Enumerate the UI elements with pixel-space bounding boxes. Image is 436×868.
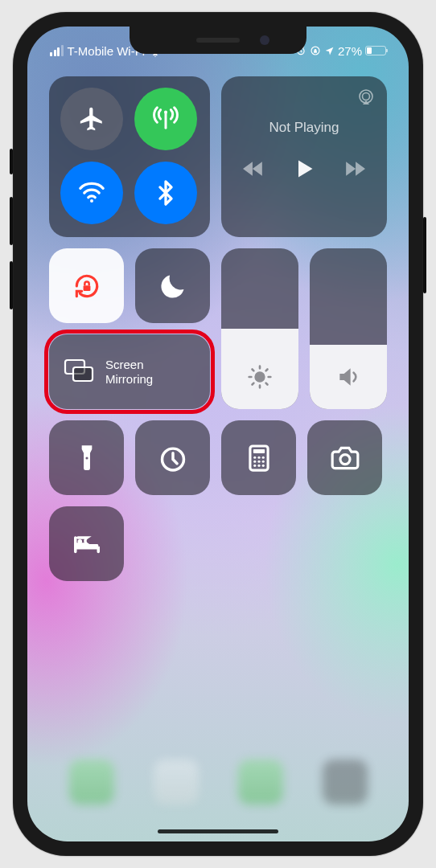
- mute-switch[interactable]: [10, 149, 13, 174]
- screen-mirroring-label-1: Screen: [105, 358, 153, 372]
- sleep-mode-button[interactable]: [49, 506, 124, 581]
- svg-point-20: [253, 464, 256, 466]
- battery-pct-label: 27%: [338, 44, 362, 58]
- antenna-icon: [152, 105, 179, 133]
- flashlight-button[interactable]: [49, 420, 124, 495]
- svg-point-21: [257, 464, 260, 466]
- svg-point-17: [253, 460, 256, 462]
- orientation-lock-status-icon: [310, 45, 321, 56]
- svg-rect-13: [253, 448, 264, 452]
- screen-mirroring-button[interactable]: Screen Mirroring: [49, 334, 210, 409]
- power-button[interactable]: [423, 217, 426, 293]
- media-module[interactable]: Not Playing: [221, 76, 387, 237]
- cellular-data-toggle[interactable]: [134, 88, 197, 150]
- svg-rect-7: [83, 285, 90, 291]
- svg-point-6: [363, 93, 370, 100]
- previous-track-button[interactable]: [243, 160, 264, 181]
- bluetooth-icon: [152, 179, 179, 207]
- orientation-lock-toggle[interactable]: [49, 248, 124, 323]
- bluetooth-toggle[interactable]: [134, 162, 197, 224]
- connectivity-module[interactable]: [49, 76, 210, 237]
- airplane-mode-toggle[interactable]: [60, 88, 123, 150]
- control-center: Not Playing: [49, 76, 387, 581]
- svg-point-4: [90, 199, 93, 203]
- svg-point-25: [77, 538, 82, 543]
- orientation-lock-icon: [72, 271, 102, 301]
- svg-point-22: [261, 464, 264, 466]
- svg-point-0: [154, 55, 155, 56]
- screen: T-Mobile Wi-Fi 27%: [27, 27, 409, 841]
- wifi-icon: [78, 179, 105, 207]
- screen-mirroring-icon: [64, 358, 94, 386]
- dock-blurred: [49, 750, 387, 814]
- next-track-button[interactable]: [344, 160, 365, 181]
- timer-icon: [158, 443, 188, 473]
- svg-point-18: [257, 460, 260, 462]
- flashlight-icon: [72, 443, 102, 473]
- notch: [130, 27, 306, 54]
- home-indicator[interactable]: [158, 829, 278, 833]
- front-camera: [260, 35, 269, 45]
- airplane-icon: [78, 105, 105, 133]
- camera-button[interactable]: [307, 420, 382, 495]
- airplay-audio-icon[interactable]: [356, 88, 376, 110]
- calculator-button[interactable]: [221, 420, 296, 495]
- brightness-slider[interactable]: [221, 248, 298, 409]
- svg-point-14: [253, 456, 256, 458]
- volume-down-button[interactable]: [10, 261, 13, 309]
- calculator-icon: [244, 443, 274, 473]
- timer-button[interactable]: [135, 420, 210, 495]
- moon-icon: [158, 271, 188, 301]
- phone-frame: T-Mobile Wi-Fi 27%: [13, 12, 423, 856]
- svg-point-15: [257, 456, 260, 458]
- camera-icon: [330, 443, 360, 473]
- play-button[interactable]: [293, 157, 315, 184]
- bed-icon: [72, 529, 102, 559]
- speaker-grille: [196, 38, 240, 43]
- sun-icon: [247, 364, 273, 393]
- svg-point-23: [339, 454, 349, 464]
- volume-up-button[interactable]: [10, 197, 13, 245]
- svg-point-16: [261, 456, 264, 458]
- svg-rect-9: [73, 367, 93, 381]
- screen-mirroring-label-2: Mirroring: [105, 372, 153, 387]
- now-playing-label: Not Playing: [269, 120, 339, 136]
- do-not-disturb-toggle[interactable]: [135, 248, 210, 323]
- svg-point-3: [164, 111, 167, 114]
- volume-slider[interactable]: [310, 248, 387, 409]
- location-icon: [324, 46, 335, 56]
- signal-bars-icon: [50, 45, 64, 56]
- wifi-toggle[interactable]: [60, 162, 123, 224]
- battery-icon: [365, 46, 386, 55]
- svg-point-19: [261, 460, 264, 462]
- speaker-icon: [335, 364, 361, 393]
- svg-point-10: [256, 373, 265, 382]
